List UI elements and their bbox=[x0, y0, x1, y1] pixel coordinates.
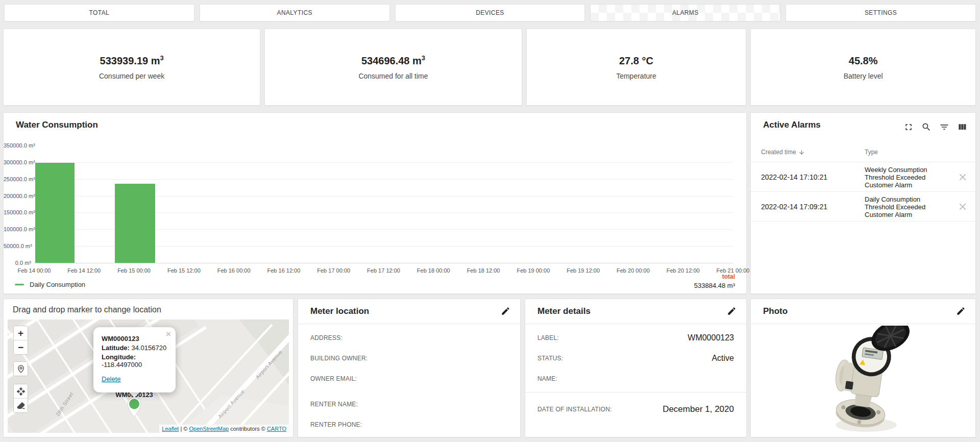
stat-cards-row: 533939.19 m3 Consumed per week 534696.48… bbox=[3, 29, 976, 106]
alarm-row: 2022-02-14 17:09:21 Daily Consumption Th… bbox=[751, 192, 975, 222]
water-consumption-chart[interactable]: 0.0 m³50000.0 m³100000.0 m³150000.0 m³20… bbox=[4, 145, 733, 276]
meter-details-title: Meter details bbox=[537, 306, 591, 316]
meter-details-installation: DATE OF INSTALLATION:December 1, 2020 bbox=[537, 399, 734, 420]
photo-title: Photo bbox=[763, 306, 788, 316]
field-label: LABEL:WM0000123 bbox=[537, 328, 734, 348]
map-attribution: Leaflet | © OpenStreetMap contributors ©… bbox=[159, 425, 289, 433]
leaflet-link[interactable]: Leaflet bbox=[162, 426, 179, 432]
close-icon bbox=[957, 201, 968, 212]
columns-icon[interactable] bbox=[957, 122, 967, 132]
tab-analytics[interactable]: ANALYTICS bbox=[200, 4, 390, 21]
battery-level-label: Battery level bbox=[844, 72, 883, 80]
pencil-icon bbox=[501, 306, 510, 316]
tab-alarms[interactable]: ALARMS bbox=[590, 4, 780, 21]
battery-level-value: 45.8% bbox=[849, 54, 878, 67]
x-axis-tick-label: Feb 15 12:00 bbox=[167, 267, 201, 274]
map-pin-icon bbox=[16, 364, 26, 374]
photo-panel: Photo bbox=[750, 299, 976, 437]
x-axis-tick-label: Feb 18 12:00 bbox=[467, 267, 500, 274]
x-axis-tick-label: Feb 17 00:00 bbox=[317, 267, 350, 274]
consumed-all-time-value: 534696.48 m3 bbox=[361, 54, 425, 67]
y-axis-tick-label: 150000.0 m³ bbox=[4, 209, 31, 215]
chart-legend-daily-consumption[interactable]: Daily Consumption bbox=[15, 281, 85, 288]
move-icon bbox=[16, 387, 26, 396]
divider bbox=[525, 392, 746, 392]
popup-latitude: Latitude: 34.0156720 bbox=[102, 344, 167, 352]
y-axis-tick-label: 300000.0 m³ bbox=[4, 159, 31, 165]
edit-meter-details-button[interactable] bbox=[727, 306, 737, 316]
alarm-row: 2022-02-14 17:10:21 Weekly Consumption T… bbox=[751, 162, 975, 192]
chart-total-aggregation: total 533884.48 m³ bbox=[694, 273, 735, 289]
legend-color-swatch bbox=[15, 284, 24, 285]
active-alarms-title: Active Alarms bbox=[763, 120, 821, 130]
openstreetmap-link[interactable]: OpenStreetMap bbox=[189, 426, 229, 432]
zoom-in-button[interactable]: + bbox=[14, 326, 28, 340]
alarm-type: Daily Consumption Threshold Exceeded Cus… bbox=[865, 195, 946, 218]
meter-location-fields: ADDRESS: BUILDING OWNER: OWNER EMAIL: RE… bbox=[310, 328, 508, 435]
chart-total-value: 533884.48 m³ bbox=[694, 282, 735, 289]
stat-card-consumed-all-time: 534696.48 m3 Consumed for all time bbox=[264, 29, 522, 106]
popup-close-icon[interactable]: × bbox=[166, 329, 171, 339]
pencil-icon bbox=[727, 306, 737, 316]
fullscreen-icon[interactable] bbox=[903, 122, 914, 132]
y-axis-tick-label: 200000.0 m³ bbox=[4, 193, 31, 199]
stat-card-consumed-per-week: 533939.19 m3 Consumed per week bbox=[3, 29, 260, 106]
erase-marker-button[interactable] bbox=[14, 398, 28, 412]
y-axis-tick-label: 100000.0 m³ bbox=[4, 226, 31, 232]
x-axis-tick-label: Feb 18 00:00 bbox=[417, 267, 450, 274]
delete-marker-link[interactable]: Delete bbox=[102, 375, 121, 383]
popup-device-title: WM0000123 bbox=[102, 335, 167, 342]
y-axis-tick-label: 350000.0 m³ bbox=[4, 142, 31, 149]
x-axis-tick-label: Feb 17 12:00 bbox=[367, 267, 400, 274]
move-marker-button[interactable] bbox=[14, 384, 28, 398]
alarms-toolbar bbox=[903, 122, 967, 132]
edit-meter-location-button[interactable] bbox=[501, 306, 511, 316]
carto-link[interactable]: CARTO bbox=[267, 426, 286, 432]
temperature-label: Temperature bbox=[616, 72, 656, 80]
attribution-text: contributors © bbox=[229, 426, 267, 432]
x-axis-tick-label: Feb 14 00:00 bbox=[18, 267, 51, 274]
water-meter-photo bbox=[816, 326, 916, 434]
leaflet-map[interactable]: 28th Street Airport Avenue Airport Avenu… bbox=[8, 320, 289, 433]
column-created-time[interactable]: Created time bbox=[761, 149, 805, 156]
tab-settings[interactable]: SETTINGS bbox=[786, 4, 976, 21]
divider bbox=[751, 324, 975, 324]
device-marker[interactable] bbox=[126, 397, 142, 418]
divider bbox=[298, 324, 520, 324]
field-name: NAME: bbox=[537, 369, 734, 389]
consumption-bar bbox=[35, 163, 75, 263]
gridline bbox=[34, 162, 733, 163]
consumed-all-time-label: Consumed for all time bbox=[358, 72, 428, 80]
alarms-table-body: 2022-02-14 17:10:21 Weekly Consumption T… bbox=[751, 162, 975, 222]
temperature-value: 27.8 °C bbox=[619, 54, 653, 67]
marker-pin-icon bbox=[126, 397, 142, 418]
map-place-marker-control bbox=[13, 361, 28, 376]
pencil-icon bbox=[956, 306, 966, 316]
place-marker-button[interactable] bbox=[14, 362, 28, 376]
y-axis-tick-label: 50000.0 m³ bbox=[4, 243, 31, 249]
search-icon[interactable] bbox=[921, 122, 932, 132]
close-icon bbox=[957, 171, 968, 183]
chart-total-label: total bbox=[694, 273, 735, 280]
map-panel-title: Drag and drop marker to change location bbox=[13, 305, 161, 314]
field-date-of-installation: DATE OF INSTALLATION:December 1, 2020 bbox=[537, 399, 734, 420]
x-axis-tick-label: Feb 20 00:00 bbox=[617, 267, 650, 274]
filter-icon[interactable] bbox=[939, 122, 949, 132]
zoom-out-button[interactable]: − bbox=[14, 340, 28, 354]
clear-alarm-button[interactable] bbox=[957, 171, 968, 183]
marker-popup: × WM0000123 Latitude: 34.0156720 Longitu… bbox=[93, 327, 176, 392]
x-axis-tick-label: Feb 19 00:00 bbox=[517, 267, 550, 274]
x-axis-tick-label: Feb 16 12:00 bbox=[267, 267, 301, 274]
tab-total[interactable]: TOTAL bbox=[4, 4, 194, 21]
field-building-owner: BUILDING OWNER: bbox=[310, 348, 508, 369]
water-metering-dashboard: TOTAL ANALYTICS DEVICES ALARMS SETTINGS … bbox=[0, 0, 980, 442]
column-type: Type bbox=[865, 149, 878, 156]
clear-alarm-button[interactable] bbox=[957, 201, 968, 212]
alarm-type: Weekly Consumption Threshold Exceeded Cu… bbox=[865, 166, 946, 189]
consumed-per-week-label: Consumed per week bbox=[99, 72, 164, 80]
edit-photo-button[interactable] bbox=[956, 306, 966, 316]
x-axis-tick-label: Feb 16 00:00 bbox=[217, 267, 251, 274]
consumption-bar bbox=[115, 184, 155, 263]
tab-devices[interactable]: DEVICES bbox=[395, 4, 585, 21]
meter-details-panel: Meter details LABEL:WM0000123 STATUS:Act… bbox=[525, 299, 747, 437]
